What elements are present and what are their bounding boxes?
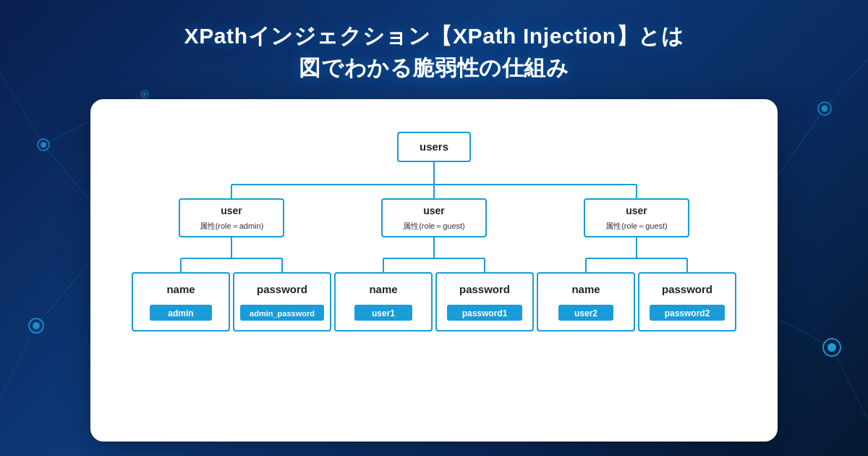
svg-text:name: name bbox=[166, 283, 195, 295]
svg-text:password2: password2 bbox=[665, 308, 710, 318]
svg-text:user: user bbox=[423, 205, 445, 216]
svg-text:user: user bbox=[221, 205, 242, 216]
svg-text:name: name bbox=[369, 283, 397, 295]
svg-text:user: user bbox=[626, 205, 647, 216]
svg-text:password: password bbox=[257, 283, 307, 295]
svg-text:属性(role＝guest): 属性(role＝guest) bbox=[605, 221, 668, 230]
svg-rect-58 bbox=[234, 273, 331, 331]
diagram-card: users user 属性(role＝admin) user bbox=[90, 99, 778, 442]
svg-rect-62 bbox=[335, 273, 432, 331]
tree-diagram: users user 属性(role＝admin) user bbox=[119, 119, 749, 387]
svg-text:password: password bbox=[459, 283, 510, 295]
svg-text:password1: password1 bbox=[462, 308, 508, 318]
svg-text:password: password bbox=[662, 283, 712, 295]
svg-text:属性(role＝admin): 属性(role＝admin) bbox=[200, 221, 264, 230]
svg-text:user2: user2 bbox=[574, 308, 597, 318]
svg-text:属性(role＝guest): 属性(role＝guest) bbox=[403, 221, 465, 230]
root-label: users bbox=[420, 140, 448, 153]
svg-text:admin_password: admin_password bbox=[250, 309, 315, 318]
svg-rect-74 bbox=[639, 273, 736, 331]
svg-rect-54 bbox=[132, 273, 229, 331]
page-title: XPathインジェクション【XPath Injection】とは 図でわかる脆弱… bbox=[184, 20, 684, 83]
svg-text:admin: admin bbox=[168, 308, 193, 318]
svg-text:user1: user1 bbox=[372, 308, 395, 318]
svg-text:name: name bbox=[571, 283, 600, 295]
svg-rect-70 bbox=[537, 273, 634, 331]
svg-rect-66 bbox=[436, 273, 533, 331]
